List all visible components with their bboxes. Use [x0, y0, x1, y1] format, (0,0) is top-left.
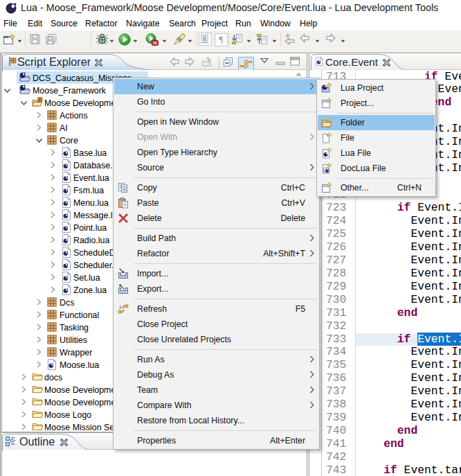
svg-text:Script Explorer: Script Explorer — [17, 55, 91, 68]
svg-text:Core.Event: Core.Event — [325, 56, 379, 68]
svg-text:Outline: Outline — [19, 435, 55, 448]
